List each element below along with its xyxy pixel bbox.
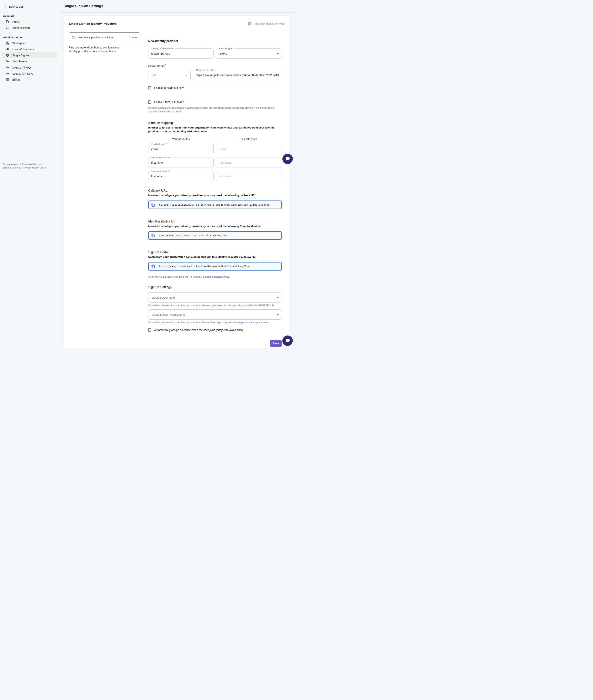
- alert-message: No identity providers configured.: [78, 36, 115, 39]
- email-attribute-field[interactable]: Email attribute *: [148, 144, 213, 154]
- key-icon: [5, 72, 9, 75]
- main-area: Single Sign-on Settings Single Sign-on I…: [59, 0, 296, 350]
- required-asterisk: *: [165, 64, 166, 66]
- card-title: Single Sign-on Identity Providers: [69, 22, 117, 26]
- documentation-link[interactable]: Documentation: [3, 163, 19, 166]
- callback-url-description: In order to configure your identity prov…: [148, 193, 282, 197]
- auto-license-label: Automatically assign a license when the …: [154, 328, 243, 332]
- first-name-attribute-input[interactable]: [149, 161, 213, 164]
- provider-type-select[interactable]: Provider type * SAML: [216, 48, 282, 59]
- back-to-app-button[interactable]: Back to app: [0, 4, 59, 9]
- sidebar-footer: Documentation·Download Desktop Terms of …: [0, 163, 59, 170]
- sidebar-item-auth-tokens[interactable]: Auth Tokens: [2, 58, 57, 64]
- last-name-attribute-field[interactable]: Last name attribute: [148, 171, 213, 181]
- terms-link[interactable]: Terms of Service: [3, 167, 21, 169]
- license-row: Automatically assign a license when the …: [148, 328, 282, 332]
- default-user-role-select[interactable]: Default User Role: [148, 292, 282, 302]
- last-name-attribute-input[interactable]: [149, 175, 213, 178]
- page-title: Single Sign-on Settings: [64, 4, 103, 8]
- default-user-permissions-select[interactable]: Default User Permissions: [148, 309, 282, 320]
- app-localstack-cloud-link[interactable]: app.localstack.cloud: [206, 275, 229, 278]
- email-attribute-input[interactable]: [149, 148, 213, 151]
- sidebar-item-users-licenses[interactable]: Users & Licenses: [2, 46, 57, 52]
- sidebar-item-legacy-ci-keys[interactable]: Legacy CI Keys: [2, 64, 57, 70]
- identity-provider-name-field[interactable]: Identity provider name *: [148, 48, 213, 59]
- page-header: Single Sign-on Settings: [59, 0, 296, 12]
- first-name-our-attribute-input[interactable]: [216, 161, 282, 164]
- attribute-mapping-description: In order to let users log in from your o…: [148, 126, 282, 133]
- content: Single Sign-on Identity Providers Add Ne…: [59, 12, 296, 350]
- role-helper: If specified, all users from this identi…: [148, 304, 282, 307]
- metadata-source-select[interactable]: URL: [148, 70, 191, 80]
- sidebar-section-account: Account: [0, 14, 59, 17]
- strict-sso-checkbox[interactable]: [148, 101, 151, 104]
- email-our-attribute-field[interactable]: [216, 144, 282, 154]
- copy-icon[interactable]: [151, 203, 155, 207]
- providers-column: No identity providers configured. Create…: [69, 32, 140, 347]
- copy-icon[interactable]: [151, 234, 155, 237]
- our-attributes-header: Our attributes: [216, 138, 282, 141]
- identity-provider-name-input[interactable]: [149, 52, 213, 55]
- sidebar-item-label: Authentication: [12, 26, 30, 29]
- sidebar-item-legacy-api-keys[interactable]: Legacy API Keys: [2, 70, 57, 76]
- building-icon: [5, 41, 9, 45]
- metadata-file-url-label: Metadata File URL *: [195, 69, 216, 71]
- sidebar-section-administration: Administration: [0, 36, 59, 39]
- sidebar-item-billing[interactable]: Billing: [2, 76, 57, 83]
- last-name-our-attribute-input[interactable]: [216, 175, 282, 178]
- strict-sso-helper: If enabled, it will only be possible to …: [148, 106, 282, 114]
- chat-widget-button[interactable]: [282, 335, 293, 346]
- identifier-value: urn:amazon:cognito:sp:eu-central-1_IPnPs…: [159, 234, 227, 237]
- signup-portal-value: https://app.localstack.cloud/auth/sso/1e…: [159, 265, 251, 268]
- add-new-identity-provider-button[interactable]: Add New Identity Provider: [247, 22, 285, 26]
- sidebar-item-authentication[interactable]: Authentication: [2, 25, 57, 31]
- last-name-our-attribute-field[interactable]: [216, 171, 282, 181]
- new-provider-form: New identity provider Identity provider …: [148, 32, 282, 347]
- chat-bubble-icon: [285, 338, 290, 343]
- strict-sso-label: Enable Strict SSO Mode: [154, 101, 184, 104]
- app-root: Back to app Account Profile Authenticati…: [0, 0, 296, 350]
- your-attributes-header: Your attributes: [148, 138, 213, 141]
- first-name-our-attribute-field[interactable]: [216, 157, 282, 168]
- idp-signout-label: Enable IdP sign out flow: [154, 86, 184, 89]
- sidebar-item-workspace[interactable]: Workspace: [2, 40, 57, 46]
- first-name-attribute-label: First name attribute: [150, 156, 171, 159]
- signup-portal-description: Users from your organization can sign up…: [148, 255, 282, 259]
- attribute-row-email: Email attribute *: [148, 144, 282, 154]
- sidebar-item-profile[interactable]: Profile: [2, 19, 57, 25]
- no-providers-alert: No identity providers configured. Create: [69, 32, 140, 42]
- privacy-link[interactable]: Privacy Policy: [23, 167, 39, 169]
- metadata-file-url-input[interactable]: [193, 74, 282, 77]
- save-button[interactable]: Save: [270, 340, 282, 347]
- email-our-attribute-input[interactable]: [216, 148, 282, 151]
- chevron-down-icon: [276, 295, 280, 300]
- provider-type-label: Provider type *: [218, 47, 234, 50]
- chat-widget-button[interactable]: [282, 154, 293, 164]
- copy-icon[interactable]: [151, 264, 155, 268]
- dpa-link[interactable]: DPA: [41, 167, 46, 169]
- sidebar-item-label: Billing: [12, 78, 19, 81]
- key-icon: [5, 66, 9, 69]
- metadata-file-label: Metadata file*: [148, 64, 282, 68]
- chat-bubble-icon: [285, 156, 290, 161]
- sidebar-item-label: Legacy API Keys: [12, 72, 33, 75]
- callback-url-value: https://localstack.auth.eu-central-1.ama…: [159, 203, 270, 206]
- credit-card-icon: [5, 78, 9, 81]
- attribute-row-firstname: First name attribute: [148, 157, 282, 168]
- sidebar-item-single-sign-on[interactable]: Single Sign-on: [2, 52, 57, 58]
- auto-license-checkbox[interactable]: [148, 328, 151, 332]
- sidebar-item-label: Single Sign-on: [12, 54, 30, 57]
- download-desktop-link[interactable]: Download Desktop: [22, 163, 42, 166]
- group-icon: [5, 47, 9, 51]
- idp-signout-checkbox[interactable]: [148, 86, 151, 89]
- plus-circle-icon: [247, 22, 252, 26]
- metadata-file-url-field[interactable]: Metadata File URL *: [193, 70, 282, 80]
- callback-url-box: https://localstack.auth.eu-central-1.ama…: [148, 200, 282, 209]
- signup-settings-heading: Sign Up Settings: [148, 286, 282, 289]
- form-heading: New identity provider: [148, 39, 282, 43]
- key-icon: [5, 60, 9, 63]
- first-name-attribute-field[interactable]: First name attribute: [148, 157, 213, 168]
- info-icon: [72, 36, 76, 39]
- create-link[interactable]: Create: [129, 36, 137, 39]
- person-key-icon: [5, 26, 9, 30]
